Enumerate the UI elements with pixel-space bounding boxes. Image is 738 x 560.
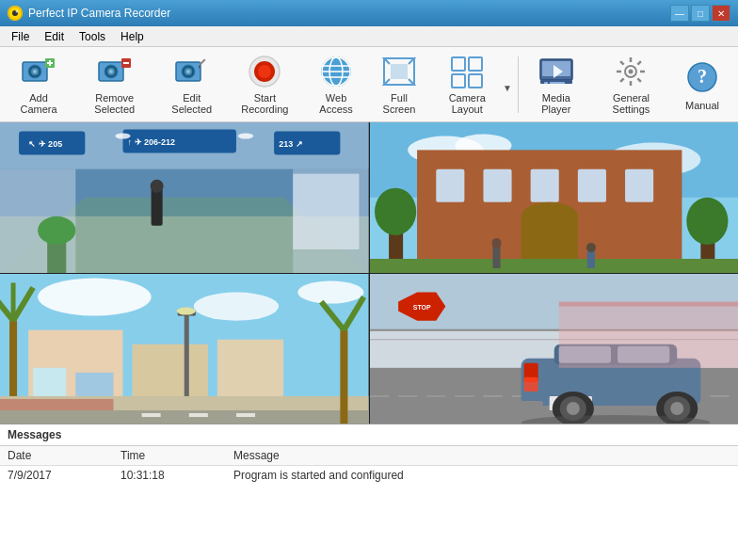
camera-feed-4: STOP HIC-1234 xyxy=(370,274,739,424)
svg-rect-36 xyxy=(469,74,482,88)
record-icon xyxy=(246,55,283,88)
svg-point-141 xyxy=(566,401,579,414)
remove-selected-button[interactable]: Remove Selected xyxy=(73,52,155,118)
svg-point-98 xyxy=(38,278,151,315)
svg-point-144 xyxy=(670,401,683,414)
add-camera-button[interactable]: Add Camera xyxy=(8,52,70,118)
svg-rect-92 xyxy=(370,259,739,273)
svg-rect-40 xyxy=(544,82,548,84)
svg-line-52 xyxy=(621,78,625,82)
camera-cell-1[interactable]: ↖ ✈ 205 ↑ ✈ 206-212 213 ↗ xyxy=(0,122,369,273)
svg-rect-117 xyxy=(236,413,255,417)
fullscreen-icon xyxy=(380,55,418,88)
menu-edit[interactable]: Edit xyxy=(37,28,72,45)
main-content: ↖ ✈ 205 ↑ ✈ 206-212 213 ↗ xyxy=(0,122,738,560)
maximize-button[interactable]: □ xyxy=(691,5,710,22)
menu-help[interactable]: Help xyxy=(113,28,152,45)
messages-panel: Messages Date Time Message 7/9/2017 10:3… xyxy=(0,424,738,560)
svg-rect-34 xyxy=(469,57,482,71)
svg-point-91 xyxy=(686,198,728,245)
manual-button[interactable]: ? Manual xyxy=(674,52,730,118)
web-access-button[interactable]: Web Access xyxy=(306,52,367,118)
svg-rect-32 xyxy=(391,64,408,79)
svg-point-112 xyxy=(177,307,196,314)
camera-cell-2[interactable] xyxy=(370,122,739,273)
svg-rect-65 xyxy=(152,188,163,226)
svg-point-70 xyxy=(38,216,75,245)
svg-point-13 xyxy=(109,70,113,73)
web-access-label: Web Access xyxy=(313,92,361,115)
camera-cell-3[interactable] xyxy=(0,274,369,424)
menu-bar: File Edit Tools Help xyxy=(0,26,738,47)
full-screen-button[interactable]: Full Screen xyxy=(371,52,428,118)
col-message: Message xyxy=(226,446,738,466)
svg-point-2 xyxy=(16,10,19,13)
svg-point-96 xyxy=(586,243,595,252)
add-camera-label: Add Camera xyxy=(14,92,63,115)
remove-selected-label: Remove Selected xyxy=(80,92,149,115)
svg-point-66 xyxy=(151,180,164,193)
camera-cell-4[interactable]: STOP HIC-1234 xyxy=(370,274,739,424)
svg-point-44 xyxy=(629,69,634,73)
svg-point-24 xyxy=(258,65,271,78)
svg-line-50 xyxy=(638,78,642,82)
camera-feed-1: ↖ ✈ 205 ↑ ✈ 206-212 213 ↗ xyxy=(0,122,369,273)
cell-message: Program is started and configured xyxy=(226,466,738,486)
svg-rect-33 xyxy=(452,57,465,71)
app-title: Perfect IP Camera Recorder xyxy=(28,7,170,20)
svg-point-100 xyxy=(297,280,363,303)
svg-text:STOP: STOP xyxy=(412,303,430,310)
svg-rect-118 xyxy=(0,398,113,409)
layout-icon xyxy=(448,55,486,88)
messages-header: Messages xyxy=(0,424,738,446)
web-icon xyxy=(317,55,355,88)
edit-selected-button[interactable]: Edit Selected xyxy=(159,52,224,118)
camera-layout-label: Camera Layout xyxy=(438,92,496,115)
svg-point-73 xyxy=(238,133,253,138)
general-settings-label: General Settings xyxy=(599,92,664,115)
svg-rect-84 xyxy=(577,169,605,202)
svg-rect-71 xyxy=(293,174,359,249)
svg-rect-41 xyxy=(550,82,565,84)
svg-point-99 xyxy=(194,292,279,320)
menu-file[interactable]: File xyxy=(4,28,37,45)
minimize-button[interactable]: — xyxy=(670,5,689,22)
col-date: Date xyxy=(0,446,113,466)
svg-rect-136 xyxy=(519,400,542,408)
start-recording-button[interactable]: Start Recording xyxy=(228,52,302,118)
svg-rect-116 xyxy=(189,413,208,417)
svg-point-94 xyxy=(491,238,501,248)
svg-text:↑ ✈ 206-212: ↑ ✈ 206-212 xyxy=(128,137,176,147)
camera-grid: ↖ ✈ 205 ↑ ✈ 206-212 213 ↗ xyxy=(0,122,738,424)
general-settings-button[interactable]: General Settings xyxy=(592,52,670,118)
edit-selected-label: Edit Selected xyxy=(166,92,217,115)
title-bar: Perfect IP Camera Recorder — □ ✕ xyxy=(0,0,738,26)
svg-line-51 xyxy=(638,61,642,65)
svg-rect-135 xyxy=(523,376,537,391)
svg-text:?: ? xyxy=(698,66,707,87)
svg-point-89 xyxy=(375,188,416,235)
svg-rect-115 xyxy=(142,413,161,417)
svg-rect-146 xyxy=(558,301,738,367)
svg-rect-35 xyxy=(452,74,465,88)
svg-rect-83 xyxy=(530,169,558,202)
close-button[interactable]: ✕ xyxy=(712,5,730,22)
menu-tools[interactable]: Tools xyxy=(72,28,113,45)
svg-rect-93 xyxy=(492,245,500,268)
svg-rect-82 xyxy=(483,169,511,202)
camera-feed-3 xyxy=(0,274,369,424)
camera-layout-dropdown[interactable]: ▼ xyxy=(503,52,512,118)
media-player-label: Media Player xyxy=(531,92,582,115)
svg-point-87 xyxy=(521,202,577,231)
svg-rect-85 xyxy=(625,169,653,202)
settings-icon xyxy=(612,55,650,88)
start-recording-label: Start Recording xyxy=(234,92,296,115)
full-screen-label: Full Screen xyxy=(377,92,422,115)
svg-point-6 xyxy=(33,70,37,73)
camera-layout-button[interactable]: Camera Layout xyxy=(431,52,503,118)
help-icon: ? xyxy=(683,58,721,96)
add-camera-icon xyxy=(20,55,57,88)
media-player-button[interactable]: Media Player xyxy=(524,52,588,118)
remove-camera-icon xyxy=(96,55,134,88)
window-controls: — □ ✕ xyxy=(670,5,730,22)
